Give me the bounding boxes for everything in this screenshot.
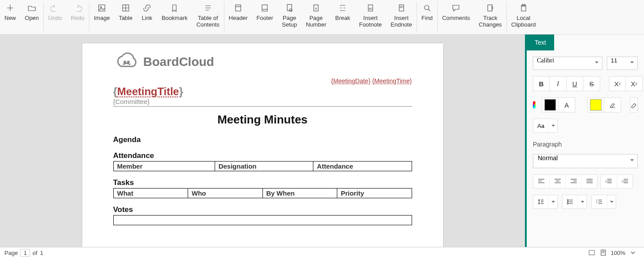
svg-rect-4 — [262, 5, 267, 11]
image-button[interactable]: Image — [89, 2, 114, 33]
highlight-color-swatch[interactable] — [587, 97, 604, 112]
table-row — [113, 216, 412, 225]
svg-text:2: 2 — [596, 201, 598, 204]
align-left-button[interactable] — [533, 175, 549, 188]
committee-field: {Committee} — [113, 98, 412, 107]
bold-button[interactable]: B — [533, 76, 550, 91]
cloud-icon — [113, 52, 140, 71]
svg-point-38 — [567, 201, 568, 202]
local-clipboard-button[interactable]: Local Clipboard — [507, 2, 540, 33]
clear-format-button[interactable] — [630, 97, 638, 112]
page-setup-button[interactable]: Page Setup — [278, 2, 301, 33]
attendance-table[interactable]: Member Designation Attendance — [113, 161, 412, 171]
toc-button[interactable]: Table of Contents — [192, 2, 224, 33]
indent-decrease-button[interactable] — [601, 175, 617, 188]
break-button[interactable]: Break — [331, 2, 355, 33]
tab-text[interactable]: Text — [527, 35, 554, 50]
footer-button[interactable]: Footer — [252, 2, 278, 33]
svg-text:ab: ab — [369, 7, 372, 10]
align-center-button[interactable] — [549, 175, 565, 188]
font-size-select[interactable]: 11 — [607, 57, 638, 70]
font-color-swatch[interactable] — [542, 97, 559, 112]
indent-increase-button[interactable] — [617, 175, 632, 188]
underline-button[interactable]: U — [567, 76, 583, 91]
tasks-heading: Tasks — [113, 178, 412, 187]
page-label: Page — [4, 250, 18, 256]
number-list-button[interactable]: 12 — [591, 195, 616, 209]
web-layout-icon[interactable] — [588, 249, 596, 257]
svg-point-13 — [424, 5, 429, 10]
svg-rect-3 — [235, 5, 241, 11]
doc-heading: Meeting Minutes — [113, 113, 412, 127]
svg-rect-14 — [488, 5, 492, 11]
redo-button[interactable]: Redo — [66, 2, 89, 33]
agenda-heading: Agenda — [113, 135, 412, 144]
comments-button[interactable]: Comments — [438, 2, 474, 33]
open-button[interactable]: Open — [20, 2, 43, 33]
ribbon-toolbar: New Open Undo Redo Image Table Link — [0, 0, 644, 35]
font-color-A-button[interactable]: A — [559, 97, 575, 112]
link-button[interactable]: Link — [137, 2, 157, 33]
align-right-button[interactable] — [565, 175, 581, 188]
properties-panel: Text Calibri 11 B I U S X2 X2 A — [525, 35, 644, 247]
document-canvas[interactable]: BoardCloud {MeetingDate} {MeetingTime} {… — [0, 35, 525, 247]
meeting-title: {MeetingTitle} — [113, 85, 412, 98]
table-row: Member Designation Attendance — [113, 162, 412, 171]
attendance-heading: Attendance — [113, 151, 412, 160]
italic-button[interactable]: I — [550, 76, 567, 91]
new-button[interactable]: New — [0, 2, 20, 33]
status-bar: Page 1 of 1 100% — [0, 247, 644, 258]
track-changes-button[interactable]: Track Changes — [474, 2, 506, 33]
highlight-button[interactable] — [604, 97, 621, 112]
header-button[interactable]: Header — [224, 2, 252, 33]
strikethrough-button[interactable]: S — [583, 76, 600, 91]
line-spacing-button[interactable] — [533, 195, 558, 209]
logo: BoardCloud — [113, 52, 412, 71]
svg-point-1 — [100, 7, 102, 8]
svg-rect-0 — [99, 5, 105, 11]
paragraph-label: Paragraph — [533, 141, 638, 148]
font-family-select[interactable]: Calibri — [533, 57, 602, 70]
page-number-input[interactable]: 1 — [20, 249, 30, 257]
votes-heading: Votes — [113, 205, 412, 214]
undo-button[interactable]: Undo — [44, 2, 66, 33]
svg-point-39 — [567, 203, 568, 204]
tasks-table[interactable]: What Who By When Priority — [113, 188, 412, 198]
align-justify-button[interactable] — [581, 175, 597, 188]
page-total: 1 — [40, 250, 43, 256]
change-case-button[interactable]: Aa — [533, 119, 558, 133]
find-button[interactable]: Find — [417, 2, 437, 33]
bookmark-button[interactable]: Bookmark — [157, 2, 192, 33]
insert-footnote-button[interactable]: ab Insert Footnote — [355, 2, 386, 33]
bullet-list-button[interactable] — [562, 195, 587, 209]
table-button[interactable]: Table — [114, 2, 137, 33]
paragraph-style-select[interactable]: Normal — [533, 154, 638, 168]
votes-table[interactable] — [113, 215, 412, 225]
svg-point-37 — [567, 200, 568, 200]
of-label: of — [33, 250, 38, 256]
svg-text:ab: ab — [400, 5, 403, 8]
svg-rect-48 — [589, 250, 594, 255]
table-row: What Who By When Priority — [113, 189, 412, 198]
superscript-button[interactable]: X2 — [609, 76, 626, 91]
page-number-button[interactable]: # Page Number — [301, 2, 331, 33]
insert-endnote-button[interactable]: ab Insert Endnote — [386, 2, 416, 33]
meeting-meta: {MeetingDate} {MeetingTime} — [113, 77, 412, 85]
logo-text: BoardCloud — [143, 55, 214, 69]
subscript-button[interactable]: X2 — [626, 76, 643, 91]
document-page[interactable]: BoardCloud {MeetingDate} {MeetingTime} {… — [82, 43, 443, 247]
svg-text:#: # — [315, 7, 317, 11]
color-picker-icon[interactable] — [533, 101, 536, 108]
zoom-caret-icon[interactable] — [629, 249, 637, 257]
print-layout-icon[interactable] — [599, 249, 607, 257]
zoom-label[interactable]: 100% — [611, 250, 625, 256]
